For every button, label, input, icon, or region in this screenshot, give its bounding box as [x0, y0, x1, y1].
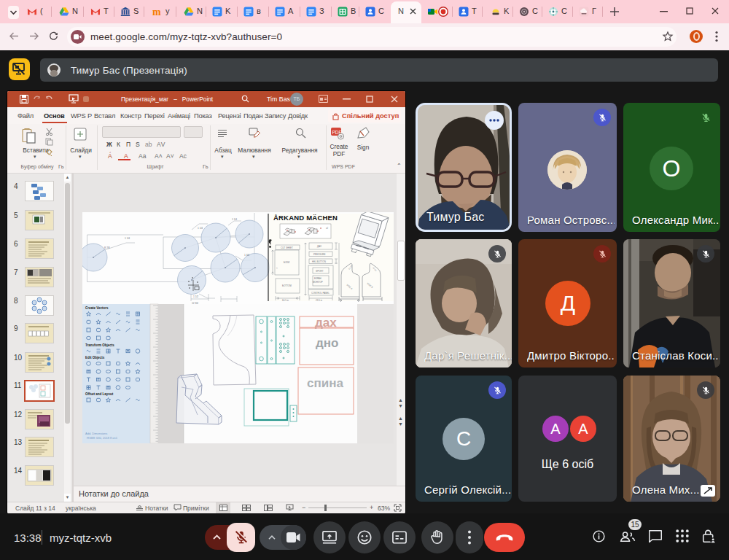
- svg-text:23.5 in: 23.5 in: [316, 299, 322, 302]
- svg-text:ДАХ: ДАХ: [317, 245, 321, 248]
- svg-text:60.5 in: 60.5 in: [282, 299, 289, 302]
- svg-text:PRESSURE: PRESSURE: [313, 253, 326, 256]
- svg-text:Add. Dimensions: Add. Dimensions: [85, 432, 107, 435]
- svg-text:дах: дах: [315, 316, 337, 330]
- svg-text:спина: спина: [307, 376, 343, 390]
- svg-text:R 7/8: R 7/8: [104, 246, 110, 249]
- svg-text:HGB8: 630, 2018 8 on1: HGB8: 630, 2018 8 on1: [87, 436, 118, 440]
- svg-text:1 1/4: 1 1/4: [232, 218, 237, 221]
- svg-text:ÅRKAND MÄCHEN: ÅRKAND MÄCHEN: [273, 214, 338, 222]
- svg-text:1 1/2: 1 1/2: [193, 295, 198, 298]
- svg-text:ФРОНТ: ФРОНТ: [316, 270, 324, 273]
- svg-text:CONTROL PANEL: CONTROL PANEL: [311, 292, 330, 295]
- svg-text:БОТТОМ: БОТТОМ: [282, 284, 292, 287]
- svg-text:m: m: [152, 7, 161, 17]
- svg-text:МОНІТОР: МОНІТОР: [313, 281, 323, 284]
- svg-text:HEL BUTTON: HEL BUTTON: [312, 260, 326, 263]
- svg-text:CUT SHEET: CUT SHEET: [281, 246, 293, 249]
- svg-text:1 3/4: 1 3/4: [244, 254, 249, 257]
- svg-text:1 1/4: 1 1/4: [198, 227, 203, 230]
- svg-text:БОКИ: БОКИ: [284, 261, 289, 264]
- svg-text:дно: дно: [316, 336, 338, 350]
- svg-text:Transform Objects: Transform Objects: [85, 343, 114, 347]
- svg-text:1 1/4: 1 1/4: [125, 237, 130, 240]
- svg-text:x2: x2: [326, 227, 328, 230]
- svg-text:ЕКРАН: ЕКРАН: [314, 277, 321, 280]
- svg-text:Offset and Layout: Offset and Layout: [85, 392, 114, 396]
- svg-text:Edit Objects: Edit Objects: [85, 356, 105, 359]
- svg-text:Create Vectors: Create Vectors: [85, 306, 109, 310]
